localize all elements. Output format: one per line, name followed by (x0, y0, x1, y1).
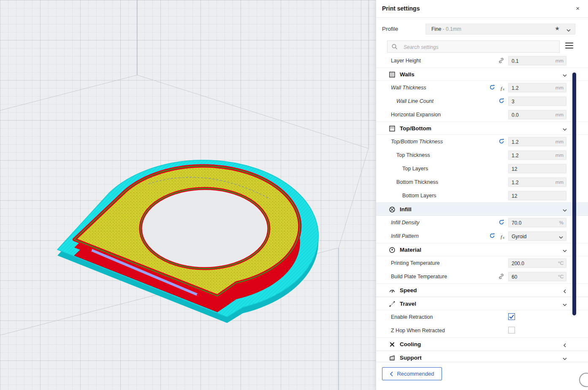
search-icon (391, 43, 398, 52)
revert-icon[interactable] (499, 138, 504, 146)
input-bottom-thickness[interactable]: 1.2mm (508, 178, 566, 187)
setting-label: Build Plate Temperature (391, 274, 447, 280)
setting-label: Bottom Thickness (396, 179, 438, 185)
input-bottom-layers[interactable]: 12 (508, 191, 566, 200)
revert-icon[interactable] (489, 84, 495, 92)
build-plate-scene (0, 0, 376, 390)
setting-indicators (499, 138, 504, 146)
setting-row-bottom-layers: Bottom Layers12 (376, 189, 588, 202)
settings-search[interactable] (387, 40, 560, 53)
setting-label: Horizontal Expansion (391, 112, 441, 118)
setting-value: 0.0 (512, 112, 519, 118)
select-infill-pattern[interactable]: Gyroid (508, 231, 566, 241)
sliced-model[interactable] (57, 160, 318, 323)
model-hole (141, 188, 269, 269)
category-cooling[interactable]: Cooling (376, 337, 588, 351)
chevron-down-icon (562, 72, 567, 80)
setting-label: Bottom Layers (402, 193, 436, 199)
setting-label: Wall Thickness (391, 85, 426, 91)
input-layer-height[interactable]: 0.1mm (508, 56, 566, 65)
setting-row-infill-density: Infill Density70.0% (376, 216, 588, 229)
category-walls[interactable]: Walls (376, 67, 588, 81)
setting-unit: % (559, 220, 564, 225)
input-top-thickness[interactable]: 1.2mm (508, 151, 566, 160)
chevron-down-icon (558, 234, 564, 242)
category-travel[interactable]: Travel (376, 297, 588, 310)
setting-unit: °C (558, 274, 564, 279)
setting-indicators (498, 273, 504, 281)
link-icon (498, 273, 504, 281)
fx-icon: ƒx (500, 233, 504, 240)
chevron-down-icon (562, 126, 567, 134)
setting-label: Printing Temperature (391, 260, 440, 266)
setting-indicators (499, 98, 504, 105)
panel-title: Print settings (382, 5, 420, 12)
revert-icon[interactable] (499, 219, 504, 227)
category-top-bottom[interactable]: Top/Bottom (376, 121, 588, 135)
input-horizontal-expansion[interactable]: 0.0mm (508, 110, 566, 119)
input-build-plate-temperature[interactable]: 60°C (508, 272, 566, 281)
travel-icon (389, 301, 396, 309)
setting-value: 60 (512, 274, 517, 280)
chevron-down-icon (566, 27, 571, 35)
speed-icon (389, 287, 396, 296)
setting-row-enable-retraction: Enable Retraction (376, 310, 588, 324)
category-label: Material (400, 247, 421, 253)
setting-row-infill-pattern: Infill PatternƒxGyroid (376, 229, 588, 243)
setting-value: 1.2 (512, 85, 519, 91)
revert-icon[interactable] (499, 98, 504, 105)
settings-list: Layer Height0.1mmWallsWall Thicknessƒx1.… (376, 54, 588, 363)
category-material[interactable]: Material (376, 243, 588, 256)
input-wall-thickness[interactable]: 1.2mm (508, 83, 566, 92)
3d-viewport[interactable] (0, 0, 376, 390)
search-input[interactable] (403, 42, 552, 52)
panel-header: Print settings × (376, 0, 588, 18)
checkbox-z-hop-when-retracted[interactable] (508, 327, 515, 334)
input-top-bottom-thickness[interactable]: 1.2mm (508, 137, 566, 146)
material-icon (389, 247, 396, 255)
setting-value: 12 (512, 193, 517, 199)
setting-label: Enable Retraction (391, 314, 433, 320)
setting-unit: mm (555, 85, 564, 90)
profile-value: Fine (431, 26, 441, 32)
setting-row-z-hop-when-retracted: Z Hop When Retracted (376, 324, 588, 337)
setting-value: 1.2 (512, 139, 519, 145)
category-speed[interactable]: Speed (376, 283, 588, 297)
input-printing-temperature[interactable]: 200.0°C (508, 258, 566, 268)
setting-unit: mm (555, 153, 564, 158)
category-support[interactable]: Support (376, 351, 588, 363)
profile-row: Profile Fine - 0.1mm ★ (376, 24, 588, 35)
category-label: Support (400, 355, 422, 361)
checkbox-enable-retraction[interactable] (508, 313, 515, 320)
scrollbar-thumb[interactable] (572, 73, 576, 315)
setting-label: Top/Bottom Thickness (391, 139, 443, 145)
setting-indicators: ƒx (489, 84, 504, 92)
setting-row-layer-height: Layer Height0.1mm (376, 54, 588, 67)
setting-value: 70.0 (512, 220, 521, 226)
setting-row-bottom-thickness: Bottom Thickness1.2mm (376, 175, 588, 189)
profile-dropdown[interactable]: Fine - 0.1mm ★ (425, 24, 575, 35)
setting-label: Layer Height (391, 58, 421, 64)
setting-row-printing-temperature: Printing Temperature200.0°C (376, 256, 588, 270)
setting-unit: mm (555, 139, 564, 144)
setting-unit: mm (555, 180, 564, 185)
close-icon[interactable]: × (576, 5, 580, 12)
hamburger-menu-icon[interactable] (565, 43, 573, 50)
setting-label: Z Hop When Retracted (391, 328, 445, 334)
revert-icon[interactable] (489, 233, 495, 240)
top-bottom-icon (389, 125, 396, 134)
category-infill[interactable]: Infill (376, 202, 588, 216)
input-infill-density[interactable]: 70.0% (508, 218, 566, 227)
profile-suffix: - 0.1mm (441, 26, 461, 32)
setting-row-top-thickness: Top Thickness1.2mm (376, 148, 588, 162)
setting-value: 3 (512, 99, 515, 105)
setting-value: 200.0 (512, 261, 524, 266)
input-wall-line-count[interactable]: 3 (508, 97, 566, 106)
setting-row-build-plate-temperature: Build Plate Temperature60°C (376, 270, 588, 283)
star-icon[interactable]: ★ (555, 25, 560, 32)
recommended-button[interactable]: Recommended (382, 367, 442, 380)
input-top-layers[interactable]: 12 (508, 164, 566, 173)
panel-footer: Recommended (376, 362, 588, 390)
setting-row-top-bottom-thickness: Top/Bottom Thickness1.2mm (376, 135, 588, 148)
setting-row-top-layers: Top Layers12 (376, 162, 588, 175)
